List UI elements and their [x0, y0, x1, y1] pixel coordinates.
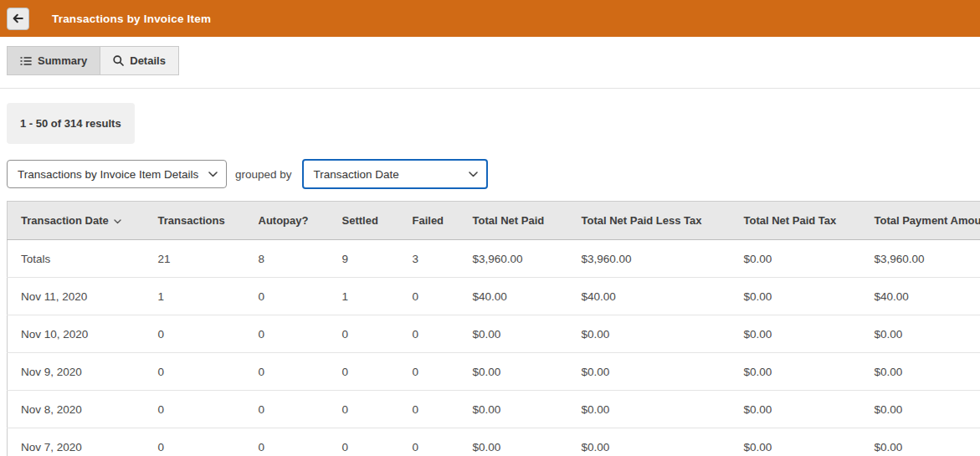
table-cell: 0: [245, 315, 329, 353]
table-cell: 3: [399, 240, 459, 278]
group-by-value: Transaction Date: [314, 168, 399, 181]
column-header-label: Transactions: [158, 214, 225, 227]
table-cell: $0.00: [731, 353, 861, 391]
table-cell: $0.00: [731, 315, 861, 353]
table-cell: $0.00: [861, 315, 980, 353]
table-cell: $40.00: [568, 278, 731, 315]
results-count-badge: 1 - 50 of 314 results: [7, 103, 135, 144]
table-body: Totals21893$3,960.00$3,960.00$0.00$3,960…: [8, 240, 980, 456]
table-cell: 0: [145, 315, 245, 353]
table-cell: 0: [145, 391, 245, 428]
column-header-total-payment-amount[interactable]: Total Payment Amount: [861, 202, 980, 240]
table-row: Nov 8, 20200000$0.00$0.00$0.00$0.00: [8, 391, 980, 428]
table-cell: Nov 9, 2020: [8, 353, 145, 391]
column-header-label: Transaction Date: [21, 214, 109, 227]
table-cell: 0: [399, 391, 459, 428]
back-button[interactable]: [7, 8, 29, 30]
table-cell: $3,960.00: [568, 240, 731, 278]
table-cell: $0.00: [568, 353, 731, 391]
table-cell: $0.00: [459, 353, 568, 391]
table-row: Nov 11, 20201010$40.00$40.00$0.00$40.00: [8, 278, 980, 315]
column-header-total-net-paid-less-tax[interactable]: Total Net Paid Less Tax: [568, 202, 731, 240]
totals-row: Totals21893$3,960.00$3,960.00$0.00$3,960…: [8, 240, 980, 278]
tab-details-label: Details: [130, 54, 166, 67]
table-row: Nov 10, 20200000$0.00$0.00$0.00$0.00: [8, 315, 980, 353]
search-icon: [113, 55, 124, 66]
column-header-total-net-paid[interactable]: Total Net Paid: [459, 202, 568, 240]
table-cell: 0: [145, 428, 245, 456]
table-cell: 0: [399, 428, 459, 456]
table-cell: $0.00: [731, 428, 861, 456]
column-header-transaction-date[interactable]: Transaction Date: [8, 202, 145, 240]
column-header-transactions[interactable]: Transactions: [145, 202, 245, 240]
table-cell: 0: [145, 353, 245, 391]
table-cell: 8: [245, 240, 329, 278]
view-tabs: Summary Details: [7, 46, 980, 75]
table-cell: $3,960.00: [861, 240, 980, 278]
table-cell: 9: [329, 240, 399, 278]
table-cell: $0.00: [731, 240, 861, 278]
tab-summary-label: Summary: [38, 54, 87, 67]
table-cell: $0.00: [861, 353, 980, 391]
chevron-down-icon: [469, 172, 478, 177]
table-cell: $0.00: [568, 428, 731, 456]
column-header-label: Total Payment Amount: [875, 214, 980, 227]
table-cell: 0: [329, 391, 399, 428]
table-row: Nov 7, 20200000$0.00$0.00$0.00$0.00: [8, 428, 980, 456]
group-by-select[interactable]: Transaction Date: [302, 159, 488, 189]
table-cell: $40.00: [861, 278, 980, 315]
column-header-total-net-paid-tax[interactable]: Total Net Paid Tax: [731, 202, 861, 240]
column-header-failed[interactable]: Failed: [399, 202, 459, 240]
table-cell: 0: [245, 428, 329, 456]
table-cell: $0.00: [861, 391, 980, 428]
table-cell: 0: [329, 428, 399, 456]
column-header-label: Settled: [342, 214, 378, 227]
column-header-label: Total Net Paid Less Tax: [582, 214, 702, 227]
table-cell: 0: [245, 353, 329, 391]
results-table-container: Transaction DateTransactionsAutopay?Sett…: [7, 201, 980, 456]
table-header-row: Transaction DateTransactionsAutopay?Sett…: [8, 202, 980, 240]
page-title: Transactions by Invoice Item: [52, 13, 211, 25]
list-icon: [20, 56, 32, 66]
table-cell: $0.00: [459, 315, 568, 353]
column-header-label: Failed: [413, 214, 444, 227]
table-cell: Nov 8, 2020: [8, 391, 145, 428]
table-cell: $0.00: [459, 391, 568, 428]
table-cell: 0: [245, 278, 329, 315]
table-cell: 21: [145, 240, 245, 278]
table-cell: 0: [329, 353, 399, 391]
table-row: Nov 9, 20200000$0.00$0.00$0.00$0.00: [8, 353, 980, 391]
filter-row: Transactions by Invoice Item Details gro…: [7, 159, 980, 189]
table-cell: $3,960.00: [459, 240, 568, 278]
sort-chevron-down-icon: [114, 219, 121, 224]
chevron-down-icon: [208, 172, 218, 177]
report-type-select[interactable]: Transactions by Invoice Item Details: [7, 160, 227, 188]
column-header-settled[interactable]: Settled: [329, 202, 399, 240]
table-cell: Nov 7, 2020: [8, 428, 145, 456]
table-cell: $0.00: [568, 315, 731, 353]
table-cell: Nov 11, 2020: [8, 278, 145, 315]
arrow-left-icon: [12, 13, 24, 24]
column-header-label: Total Net Paid Tax: [744, 214, 837, 227]
report-type-value: Transactions by Invoice Item Details: [18, 168, 198, 181]
table-cell: $40.00: [459, 278, 568, 315]
tab-summary[interactable]: Summary: [7, 46, 100, 75]
table-cell: 0: [245, 391, 329, 428]
results-table: Transaction DateTransactionsAutopay?Sett…: [7, 201, 980, 456]
table-cell: 0: [399, 278, 459, 315]
table-cell: $0.00: [568, 391, 731, 428]
table-cell: 1: [145, 278, 245, 315]
grouped-by-label: grouped by: [235, 168, 292, 181]
column-header-label: Autopay?: [259, 214, 309, 227]
table-cell: $0.00: [861, 428, 980, 456]
tab-details[interactable]: Details: [100, 46, 179, 75]
table-cell: 0: [399, 315, 459, 353]
column-header-autopay-[interactable]: Autopay?: [245, 202, 329, 240]
table-cell: $0.00: [731, 278, 861, 315]
section-divider: [0, 88, 980, 89]
table-cell: 1: [329, 278, 399, 315]
table-cell: Totals: [8, 240, 145, 278]
table-cell: $0.00: [459, 428, 568, 456]
column-header-label: Total Net Paid: [473, 214, 545, 227]
app-bar: Transactions by Invoice Item: [0, 0, 980, 37]
